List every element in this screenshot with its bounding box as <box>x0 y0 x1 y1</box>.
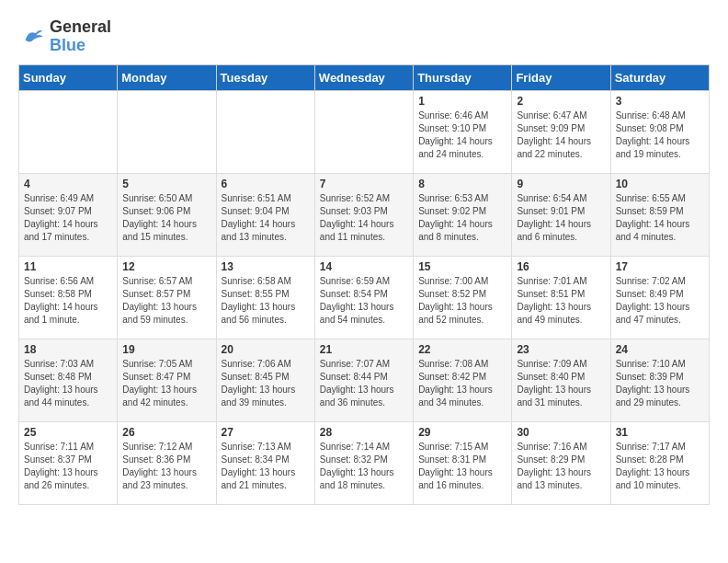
calendar-table: SundayMondayTuesdayWednesdayThursdayFrid… <box>18 64 710 505</box>
day-detail: Sunrise: 6:56 AM Sunset: 8:58 PM Dayligh… <box>24 275 112 327</box>
day-number: 11 <box>24 260 112 273</box>
calendar-cell: 13Sunrise: 6:58 AM Sunset: 8:55 PM Dayli… <box>216 256 314 339</box>
calendar-cell: 19Sunrise: 7:05 AM Sunset: 8:47 PM Dayli… <box>118 339 216 421</box>
day-detail: Sunrise: 6:52 AM Sunset: 9:03 PM Dayligh… <box>320 192 408 244</box>
day-number: 25 <box>24 426 112 439</box>
day-detail: Sunrise: 7:01 AM Sunset: 8:51 PM Dayligh… <box>517 275 605 327</box>
logo-text: GeneralBlue <box>50 18 111 55</box>
calendar-cell: 2Sunrise: 6:47 AM Sunset: 9:09 PM Daylig… <box>512 90 610 173</box>
calendar-cell: 12Sunrise: 6:57 AM Sunset: 8:57 PM Dayli… <box>118 256 216 339</box>
calendar-cell: 22Sunrise: 7:08 AM Sunset: 8:42 PM Dayli… <box>414 339 512 421</box>
day-detail: Sunrise: 7:15 AM Sunset: 8:31 PM Dayligh… <box>418 441 506 492</box>
day-detail: Sunrise: 6:46 AM Sunset: 9:10 PM Dayligh… <box>418 109 506 161</box>
day-number: 31 <box>616 426 704 439</box>
day-number: 3 <box>616 95 704 108</box>
day-number: 21 <box>320 343 408 356</box>
day-detail: Sunrise: 7:13 AM Sunset: 8:34 PM Dayligh… <box>222 441 310 492</box>
header-tuesday: Tuesday <box>216 64 314 90</box>
day-number: 24 <box>616 343 704 356</box>
day-number: 20 <box>222 343 310 356</box>
day-detail: Sunrise: 7:00 AM Sunset: 8:52 PM Dayligh… <box>418 275 506 327</box>
day-number: 5 <box>122 178 210 190</box>
day-number: 12 <box>122 260 210 273</box>
header-thursday: Thursday <box>414 64 512 90</box>
day-detail: Sunrise: 7:06 AM Sunset: 8:45 PM Dayligh… <box>222 358 310 409</box>
calendar-cell: 28Sunrise: 7:14 AM Sunset: 8:32 PM Dayli… <box>314 421 413 504</box>
day-detail: Sunrise: 7:08 AM Sunset: 8:42 PM Dayligh… <box>418 358 506 409</box>
header-friday: Friday <box>512 64 610 90</box>
day-number: 7 <box>320 178 408 190</box>
day-detail: Sunrise: 7:17 AM Sunset: 8:28 PM Dayligh… <box>616 441 704 492</box>
day-number: 29 <box>418 426 506 439</box>
day-detail: Sunrise: 7:10 AM Sunset: 8:39 PM Dayligh… <box>616 358 704 409</box>
week-row-3: 18Sunrise: 7:03 AM Sunset: 8:48 PM Dayli… <box>19 339 710 421</box>
calendar-cell: 24Sunrise: 7:10 AM Sunset: 8:39 PM Dayli… <box>610 339 709 421</box>
day-detail: Sunrise: 7:16 AM Sunset: 8:29 PM Dayligh… <box>517 441 605 492</box>
day-number: 30 <box>517 426 605 439</box>
week-row-1: 4Sunrise: 6:49 AM Sunset: 9:07 PM Daylig… <box>19 173 710 256</box>
calendar-cell: 20Sunrise: 7:06 AM Sunset: 8:45 PM Dayli… <box>216 339 314 421</box>
day-number: 17 <box>616 260 704 273</box>
day-detail: Sunrise: 6:50 AM Sunset: 9:06 PM Dayligh… <box>122 192 210 244</box>
calendar-cell <box>314 90 413 173</box>
calendar-cell: 26Sunrise: 7:12 AM Sunset: 8:36 PM Dayli… <box>118 421 216 504</box>
calendar-cell <box>19 90 118 173</box>
header-row: SundayMondayTuesdayWednesdayThursdayFrid… <box>19 64 710 90</box>
calendar-cell: 27Sunrise: 7:13 AM Sunset: 8:34 PM Dayli… <box>216 421 314 504</box>
day-detail: Sunrise: 7:03 AM Sunset: 8:48 PM Dayligh… <box>24 358 112 409</box>
calendar-cell: 8Sunrise: 6:53 AM Sunset: 9:02 PM Daylig… <box>414 173 512 256</box>
day-number: 9 <box>517 178 605 190</box>
calendar-cell <box>216 90 314 173</box>
day-number: 15 <box>418 260 506 273</box>
day-detail: Sunrise: 7:05 AM Sunset: 8:47 PM Dayligh… <box>122 358 210 409</box>
day-number: 23 <box>517 343 605 356</box>
calendar-cell: 18Sunrise: 7:03 AM Sunset: 8:48 PM Dayli… <box>19 339 118 421</box>
day-detail: Sunrise: 6:48 AM Sunset: 9:08 PM Dayligh… <box>616 109 704 161</box>
calendar-cell: 6Sunrise: 6:51 AM Sunset: 9:04 PM Daylig… <box>216 173 314 256</box>
calendar-cell: 17Sunrise: 7:02 AM Sunset: 8:49 PM Dayli… <box>610 256 709 339</box>
header-wednesday: Wednesday <box>314 64 413 90</box>
day-number: 14 <box>320 260 408 273</box>
day-detail: Sunrise: 7:02 AM Sunset: 8:49 PM Dayligh… <box>616 275 704 327</box>
calendar-cell: 31Sunrise: 7:17 AM Sunset: 8:28 PM Dayli… <box>610 421 709 504</box>
week-row-2: 11Sunrise: 6:56 AM Sunset: 8:58 PM Dayli… <box>19 256 710 339</box>
calendar-cell: 9Sunrise: 6:54 AM Sunset: 9:01 PM Daylig… <box>512 173 610 256</box>
day-detail: Sunrise: 6:47 AM Sunset: 9:09 PM Dayligh… <box>517 109 605 161</box>
logo-icon <box>18 23 46 51</box>
day-number: 28 <box>320 426 408 439</box>
day-detail: Sunrise: 6:53 AM Sunset: 9:02 PM Dayligh… <box>418 192 506 244</box>
week-row-0: 1Sunrise: 6:46 AM Sunset: 9:10 PM Daylig… <box>19 90 710 173</box>
day-number: 4 <box>24 178 112 190</box>
day-number: 1 <box>418 95 506 108</box>
day-detail: Sunrise: 6:57 AM Sunset: 8:57 PM Dayligh… <box>122 275 210 327</box>
calendar-cell: 30Sunrise: 7:16 AM Sunset: 8:29 PM Dayli… <box>512 421 610 504</box>
day-number: 22 <box>418 343 506 356</box>
calendar-cell: 4Sunrise: 6:49 AM Sunset: 9:07 PM Daylig… <box>19 173 118 256</box>
page-header: GeneralBlue <box>18 18 710 55</box>
day-number: 2 <box>517 95 605 108</box>
calendar-cell: 29Sunrise: 7:15 AM Sunset: 8:31 PM Dayli… <box>414 421 512 504</box>
header-sunday: Sunday <box>19 64 118 90</box>
day-number: 26 <box>122 426 210 439</box>
day-number: 27 <box>222 426 310 439</box>
day-number: 18 <box>24 343 112 356</box>
day-detail: Sunrise: 7:07 AM Sunset: 8:44 PM Dayligh… <box>320 358 408 409</box>
day-detail: Sunrise: 7:09 AM Sunset: 8:40 PM Dayligh… <box>517 358 605 409</box>
header-monday: Monday <box>118 64 216 90</box>
calendar-cell: 23Sunrise: 7:09 AM Sunset: 8:40 PM Dayli… <box>512 339 610 421</box>
header-saturday: Saturday <box>610 64 709 90</box>
calendar-cell <box>118 90 216 173</box>
calendar-body: 1Sunrise: 6:46 AM Sunset: 9:10 PM Daylig… <box>19 90 710 504</box>
day-detail: Sunrise: 7:14 AM Sunset: 8:32 PM Dayligh… <box>320 441 408 492</box>
calendar-cell: 15Sunrise: 7:00 AM Sunset: 8:52 PM Dayli… <box>414 256 512 339</box>
day-number: 16 <box>517 260 605 273</box>
day-number: 19 <box>122 343 210 356</box>
day-number: 13 <box>222 260 310 273</box>
calendar-header: SundayMondayTuesdayWednesdayThursdayFrid… <box>19 64 710 90</box>
day-number: 10 <box>616 178 704 190</box>
calendar-cell: 1Sunrise: 6:46 AM Sunset: 9:10 PM Daylig… <box>414 90 512 173</box>
week-row-4: 25Sunrise: 7:11 AM Sunset: 8:37 PM Dayli… <box>19 421 710 504</box>
day-detail: Sunrise: 6:59 AM Sunset: 8:54 PM Dayligh… <box>320 275 408 327</box>
calendar-cell: 21Sunrise: 7:07 AM Sunset: 8:44 PM Dayli… <box>314 339 413 421</box>
day-number: 8 <box>418 178 506 190</box>
